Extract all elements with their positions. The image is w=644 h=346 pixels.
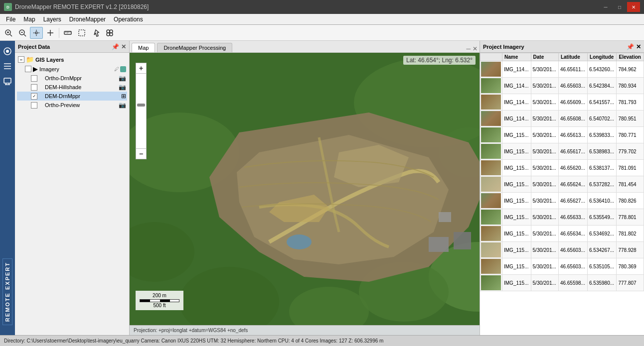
cell-lat: 46.65633... bbox=[558, 209, 587, 226]
col-date[interactable]: Date bbox=[531, 53, 558, 61]
layer-tree: − 📁 GIS Layers ▶ Imagery 🖊 Ortho-DrnMppr… bbox=[15, 53, 129, 335]
cell-date: 5/30/201... bbox=[531, 111, 558, 127]
app-icon: D bbox=[4, 3, 12, 11]
menu-file[interactable]: File bbox=[2, 15, 19, 24]
table-row[interactable]: IMG_114... 5/30/201... 46.65609... 6.541… bbox=[481, 94, 644, 111]
cell-lat: 46.65609... bbox=[558, 94, 587, 111]
gis-layers-checkbox[interactable]: − bbox=[18, 56, 24, 63]
cell-lng: 6.542384... bbox=[588, 78, 617, 94]
layer-dem-drnmppr[interactable]: DEM-DrnMppr ⊞ bbox=[17, 92, 127, 101]
table-row[interactable]: IMG_115... 5/30/201... 46.65624... 6.537… bbox=[481, 176, 644, 193]
menu-map[interactable]: Map bbox=[19, 15, 39, 24]
zoom-in-button[interactable] bbox=[16, 27, 29, 39]
svg-rect-15 bbox=[79, 30, 85, 36]
cell-lat: 46.65603... bbox=[558, 78, 587, 94]
menu-layers[interactable]: Layers bbox=[39, 15, 65, 24]
multi-button[interactable] bbox=[103, 27, 116, 39]
imagery-panel-close-icon[interactable]: ✕ bbox=[636, 43, 641, 50]
imagery-style-icon[interactable]: 🖊 bbox=[114, 66, 119, 72]
maximize-button[interactable]: □ bbox=[613, 2, 626, 12]
sidebar-icon-2[interactable] bbox=[2, 61, 13, 72]
table-row[interactable]: IMG_114... 5/30/201... 46.65608... 6.540… bbox=[481, 111, 644, 127]
imagery-panel-pin-icon[interactable]: 📌 bbox=[627, 43, 634, 50]
table-row[interactable]: IMG_115... 5/30/201... 46.65603... 6.534… bbox=[481, 242, 644, 258]
tab-dronemapper-processing[interactable]: DroneMapper Processing bbox=[157, 43, 232, 52]
table-row[interactable]: IMG_115... 5/30/201... 46.65634... 6.534… bbox=[481, 226, 644, 242]
col-longitude[interactable]: Longitude bbox=[588, 53, 617, 61]
col-latitude[interactable]: Latitude bbox=[558, 53, 587, 61]
table-row[interactable]: IMG_115... 5/30/201... 46.65613... 6.539… bbox=[481, 127, 644, 143]
left-sidebar: REMOTE EXPERT bbox=[0, 41, 15, 335]
sidebar-icon-1[interactable] bbox=[2, 46, 13, 57]
zoom-plus-button[interactable]: + bbox=[136, 63, 147, 74]
imagery-group[interactable]: ▶ Imagery 🖊 bbox=[17, 64, 127, 74]
imagery-table[interactable]: Name Date Latitude Longitude Elevation I… bbox=[480, 53, 644, 335]
zoom-fit-button[interactable] bbox=[2, 27, 15, 39]
cell-elev: 780.826 bbox=[617, 193, 644, 209]
svg-point-7 bbox=[35, 32, 37, 34]
panel-close-icon[interactable]: ✕ bbox=[121, 43, 126, 50]
table-row[interactable]: IMG_114... 5/30/201... 46.65603... 6.542… bbox=[481, 78, 644, 94]
cell-elev: 780.951 bbox=[617, 111, 644, 127]
cell-lng: 6.540702... bbox=[588, 111, 617, 127]
layer-dem-hillshade[interactable]: DEM-Hillshade 📷 bbox=[17, 83, 127, 92]
map-tab-minimize-icon[interactable]: ─ bbox=[466, 45, 471, 52]
cell-date: 5/30/201... bbox=[531, 143, 558, 160]
svg-point-17 bbox=[107, 30, 110, 33]
title-bar: D DroneMapper REMOTE EXPERT v1.2 [201808… bbox=[0, 0, 644, 14]
zoom-minus-button[interactable]: − bbox=[136, 148, 147, 159]
cell-lng: 6.541557... bbox=[588, 94, 617, 111]
pan-button[interactable] bbox=[30, 27, 43, 39]
map-tab-close-icon[interactable]: ✕ bbox=[473, 45, 478, 52]
cell-lat: 46.65598... bbox=[558, 275, 587, 291]
svg-rect-26 bbox=[4, 78, 11, 83]
minimize-button[interactable]: ─ bbox=[599, 2, 612, 12]
col-elevation[interactable]: Elevation bbox=[617, 53, 644, 61]
ortho-preview-checkbox[interactable] bbox=[31, 102, 37, 109]
col-name[interactable]: Name bbox=[502, 53, 531, 61]
table-row[interactable]: IMG_115... 5/30/201... 46.65617... 6.538… bbox=[481, 143, 644, 160]
close-button[interactable]: ✕ bbox=[627, 2, 640, 12]
imagery-expand-icon: ▶ bbox=[33, 65, 38, 73]
gis-layers-label: GIS Layers bbox=[35, 57, 126, 63]
dem-hillshade-checkbox[interactable] bbox=[31, 84, 37, 91]
zoom-slider-track[interactable] bbox=[136, 74, 147, 148]
layer-ortho-drnmppr[interactable]: Ortho-DrnMppr 📷 bbox=[17, 74, 127, 83]
map-coords: Lat: 46.654°; Lng: 6.532° bbox=[403, 56, 476, 65]
cell-name: IMG_114... bbox=[502, 94, 531, 111]
status-text: Directory: C:\Users\stoermer\Desktop\tes… bbox=[4, 338, 383, 344]
table-row[interactable]: IMG_115... 5/30/201... 46.65598... 6.535… bbox=[481, 275, 644, 291]
ortho-drnmppr-checkbox[interactable] bbox=[31, 75, 37, 82]
imagery-visible-icon[interactable] bbox=[120, 66, 126, 72]
imagery-checkbox[interactable] bbox=[25, 66, 31, 72]
map-container[interactable]: Lat: 46.654°; Lng: 6.532° + − 200 m 500 … bbox=[130, 53, 480, 325]
zoom-slider-thumb[interactable] bbox=[137, 104, 145, 107]
cell-lat: 46.65611... bbox=[558, 61, 587, 78]
table-row[interactable]: IMG_115... 5/30/201... 46.65603... 6.535… bbox=[481, 258, 644, 275]
imagery-panel: Project Imagery 📌 ✕ Name Date Latitude L… bbox=[480, 41, 644, 335]
panel-pin-icon[interactable]: 📌 bbox=[112, 43, 119, 50]
select-button[interactable] bbox=[89, 27, 102, 39]
identify-button[interactable] bbox=[44, 27, 57, 39]
tab-map[interactable]: Map bbox=[132, 43, 155, 52]
table-row[interactable]: IMG_115... 5/30/201... 46.65620... 6.538… bbox=[481, 160, 644, 176]
table-row[interactable]: IMG_115... 5/30/201... 46.65633... 6.535… bbox=[481, 209, 644, 226]
menu-bar: File Map Layers DroneMapper Operations bbox=[0, 14, 644, 25]
table-row[interactable]: IMG_115... 5/30/201... 46.65627... 6.536… bbox=[481, 193, 644, 209]
window-controls: ─ □ ✕ bbox=[599, 2, 640, 12]
imagery-table-body: IMG_114... 5/30/201... 46.65611... 6.543… bbox=[481, 61, 644, 291]
gis-layers-root[interactable]: − 📁 GIS Layers bbox=[17, 55, 127, 64]
table-row[interactable]: IMG_114... 5/30/201... 46.65611... 6.543… bbox=[481, 61, 644, 78]
sidebar-icon-3[interactable] bbox=[2, 76, 13, 87]
menu-dronemapper[interactable]: DroneMapper bbox=[65, 15, 110, 24]
cell-date: 5/30/201... bbox=[531, 160, 558, 176]
menu-operations[interactable]: Operations bbox=[110, 15, 147, 24]
area-button[interactable] bbox=[75, 27, 88, 39]
measure-button[interactable] bbox=[61, 27, 74, 39]
thumbnail-cell bbox=[481, 143, 502, 160]
dem-drnmppr-checkbox[interactable] bbox=[31, 93, 37, 100]
layer-ortho-preview[interactable]: Ortho-Preview 📷 bbox=[17, 101, 127, 110]
scale-line: 200 m 500 ft bbox=[140, 293, 179, 308]
svg-rect-44 bbox=[429, 237, 449, 252]
svg-point-41 bbox=[287, 234, 312, 249]
